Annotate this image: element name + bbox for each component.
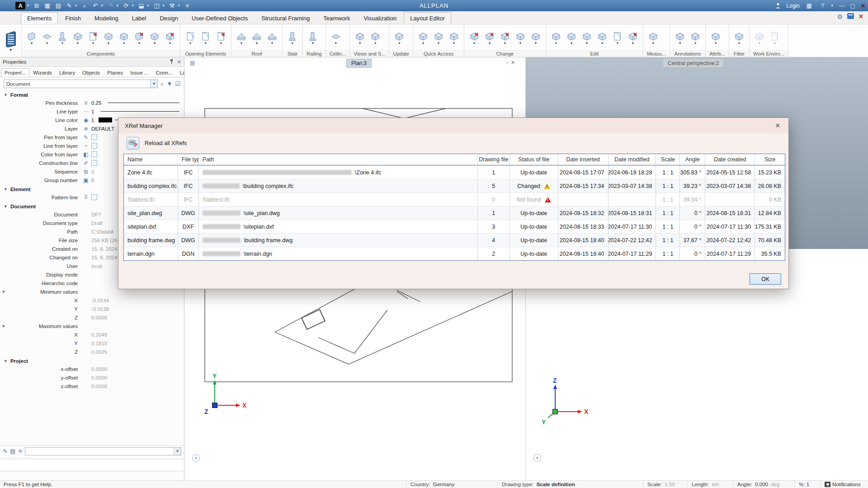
workspace-arrow-disabled-icon[interactable]: ▼ — [752, 31, 767, 45]
chevron-down-icon[interactable]: ▼ — [9, 48, 12, 52]
modify-pen-icon[interactable]: ▼ — [498, 31, 512, 45]
user-icon[interactable] — [775, 3, 781, 9]
close-workspace-icon[interactable]: ✕ — [859, 13, 863, 20]
text-a-icon[interactable]: ▼ — [431, 31, 446, 45]
tab-structural-framing[interactable]: Structural Framing — [255, 12, 316, 24]
pen-red-icon[interactable]: ▼ — [467, 31, 481, 45]
column-header-status-of-file[interactable]: Status of file — [510, 154, 558, 165]
property-value[interactable]: Draft — [91, 221, 103, 226]
login-button[interactable]: Login — [786, 3, 799, 9]
xref-dialog-titlebar[interactable]: XRef Manager ✕ — [118, 118, 788, 133]
xref-row-zone-4-ifc[interactable]: Zone 4.ifcIFC\Zone 4.ifc1Up-to-date2024-… — [124, 165, 785, 179]
railing-icon[interactable]: ▼ — [306, 31, 320, 45]
column-header-date-inserted[interactable]: Date inserted — [558, 154, 609, 165]
edit-pen-icon[interactable]: ✎ — [65, 2, 73, 9]
chevron-down-icon[interactable]: ▼ — [146, 4, 150, 8]
column-header-file-type[interactable]: File type — [178, 154, 199, 165]
properties-tab-propert-[interactable]: Propert... — [1, 68, 29, 77]
chevron-down-icon[interactable]: ▼ — [26, 4, 30, 8]
close-button[interactable]: ✕ — [861, 3, 865, 9]
line-icon[interactable]: ▼ — [416, 31, 430, 45]
view-section-icon[interactable]: ▼ — [353, 31, 367, 45]
collapse-triangle-icon[interactable]: ▼ — [4, 187, 8, 192]
eyedropper-red-icon[interactable]: ▼ — [482, 31, 497, 45]
tools-icon[interactable]: ⚒ — [168, 2, 176, 9]
property-value[interactable]: 0.0000 — [91, 375, 107, 380]
tab-modeling[interactable]: Modeling — [88, 12, 125, 24]
property-value[interactable]: 0.0025 — [91, 349, 107, 355]
move-icon[interactable]: ▼ — [564, 31, 579, 45]
chevron-down-icon[interactable]: ▼ — [131, 4, 135, 8]
color-swatch[interactable] — [99, 117, 112, 122]
tab-user-defined-objects[interactable]: User-Defined Objects — [185, 12, 254, 24]
attribute-tag-icon[interactable]: ▼ — [708, 31, 723, 45]
plan-origin-crosshair-icon[interactable] — [192, 454, 200, 462]
chevron-down-icon[interactable]: ▼ — [174, 448, 181, 455]
roof-covering-icon[interactable]: ▼ — [250, 31, 264, 45]
column-header-name[interactable]: Name — [124, 154, 178, 165]
xref-row-site-plan-dwg[interactable]: site_plan.dwgDWG\site_plan.dwg1Up-to-dat… — [124, 206, 785, 220]
copy-plus-icon[interactable]: ▼ — [549, 31, 563, 45]
height-h-icon[interactable]: ▼ — [528, 31, 543, 45]
display-screen-icon[interactable]: ⬓ — [137, 2, 146, 9]
property-value[interactable]: 256 KB (26 — [91, 238, 118, 243]
delete-red-icon[interactable]: ▼ — [626, 31, 640, 45]
gear-icon[interactable]: ⚙ — [837, 13, 843, 20]
note-lines-icon[interactable]: ▼ — [688, 31, 703, 45]
property-value[interactable]: local — [91, 263, 102, 269]
checkbox-icon[interactable]: ☑ — [175, 80, 180, 87]
property-value[interactable]: DF7 — [91, 212, 101, 217]
collapse-triangle-icon[interactable]: ▼ — [4, 204, 8, 209]
minimize-button[interactable]: — — [840, 3, 845, 9]
search-icon[interactable]: ⌕ — [80, 2, 89, 9]
ruler-icon[interactable]: ▼ — [646, 31, 660, 45]
roof-plane-icon[interactable]: ▼ — [234, 31, 249, 45]
update-3d-icon[interactable]: ▼ — [392, 31, 406, 45]
property-scope-select[interactable]: Document ▼ — [4, 80, 158, 88]
roof-frame-icon[interactable]: ▼ — [265, 31, 279, 45]
tab-design[interactable]: Design — [153, 12, 184, 24]
door-icon[interactable]: ▼ — [183, 31, 198, 45]
window-icon[interactable]: ▼ — [198, 31, 213, 45]
property-value[interactable]: 0.25 — [91, 100, 101, 106]
angle-indicator[interactable]: Angle: 0.000 deg — [737, 482, 779, 487]
project-organizer-icon[interactable]: ▦ — [43, 2, 52, 9]
window-split-icon[interactable]: ◫ — [153, 2, 161, 9]
favorite-select[interactable]: ▼ — [25, 447, 181, 455]
property-value[interactable]: 0.0000 — [91, 384, 107, 389]
property-value[interactable]: 1 — [91, 117, 94, 123]
toolbar-options-icon[interactable]: ≡ — [183, 2, 191, 9]
mirror-icon[interactable]: ▼ — [595, 31, 609, 45]
section-header-project[interactable]: ▼Project — [0, 356, 184, 365]
xref-row-siteplan-dxf[interactable]: siteplan.dxfDXF\siteplan.dxf3Up-to-date2… — [124, 220, 785, 233]
length-indicator[interactable]: Length: km — [692, 482, 719, 487]
foundation-icon[interactable]: ▼ — [71, 31, 85, 45]
reload-all-xrefs-button[interactable] — [127, 137, 139, 150]
column-header-date-created[interactable]: Date created — [705, 154, 755, 165]
pin-icon[interactable] — [170, 59, 174, 65]
collapse-triangle-icon[interactable]: ▼ — [4, 93, 8, 97]
column-header-angle[interactable]: Angle — [680, 154, 705, 165]
properties-tab-wizards[interactable]: Wizards — [29, 68, 56, 77]
perspective-origin-crosshair-icon[interactable] — [533, 454, 541, 462]
column-header-scale[interactable]: Scale — [656, 154, 680, 165]
property-value[interactable]: 0 — [91, 169, 94, 174]
tab-elements[interactable]: Elements — [21, 12, 58, 24]
section-line-icon[interactable]: ▼ — [368, 31, 382, 45]
recess-icon[interactable]: ▼ — [101, 31, 116, 45]
xref-row-terrain-dgn[interactable]: terrain.dgnDGN\terrain.dgn2Up-to-date202… — [124, 247, 785, 260]
drawing-type[interactable]: Drawing type: Scale definition — [502, 482, 575, 487]
rotate-icon[interactable]: ▼ — [580, 31, 594, 45]
property-value[interactable]: 0.0000 — [91, 315, 107, 320]
reload-all-xrefs-label[interactable]: Reload all XRefs — [145, 140, 187, 146]
xref-row-building-frame-dwg[interactable]: building frame.dwgDWG\building frame.dwg… — [124, 233, 785, 247]
column-header-size[interactable]: Size — [755, 154, 785, 165]
apps-grid-icon[interactable]: ▦ — [805, 2, 813, 9]
stair-icon[interactable]: ▼ — [285, 31, 300, 45]
notifications-button[interactable]: Notifications — [825, 482, 861, 487]
scale-indicator[interactable]: Scale: 1:50 — [647, 482, 675, 487]
column-header-drawing-file[interactable]: Drawing file — [478, 154, 510, 165]
percent-indicator[interactable]: %: 1 — [799, 482, 809, 487]
property-value[interactable]: 0.0000 — [91, 366, 107, 372]
section-header-format[interactable]: ▼Format — [0, 90, 184, 99]
